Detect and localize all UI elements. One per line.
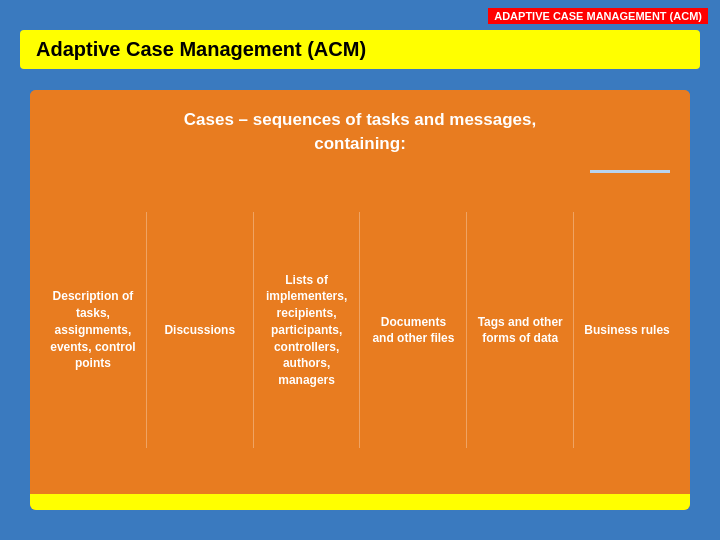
item-description: Description of tasks, assignments, event… [40,282,146,378]
item-tags: Tags and other forms of data [467,308,573,354]
item-discussions: Discussions [147,316,253,345]
container-header: Cases – sequences of tasks and messages,… [30,90,690,170]
container-header-text: Cases – sequences of tasks and messages,… [50,108,670,156]
top-label: ADAPTIVE CASE MANAGEMENT (ACM) [488,8,708,24]
title-bar-text: Adaptive Case Management (ACM) [36,38,366,60]
items-row: Description of tasks, assignments, event… [30,173,690,494]
title-bar: Adaptive Case Management (ACM) [20,30,700,69]
item-lists: Lists of implementers, recipients, parti… [254,266,360,396]
main-container: Cases – sequences of tasks and messages,… [30,90,690,510]
item-documents: Documents and other files [360,308,466,354]
bottom-strip [30,494,690,510]
item-business-rules: Business rules [574,316,680,345]
